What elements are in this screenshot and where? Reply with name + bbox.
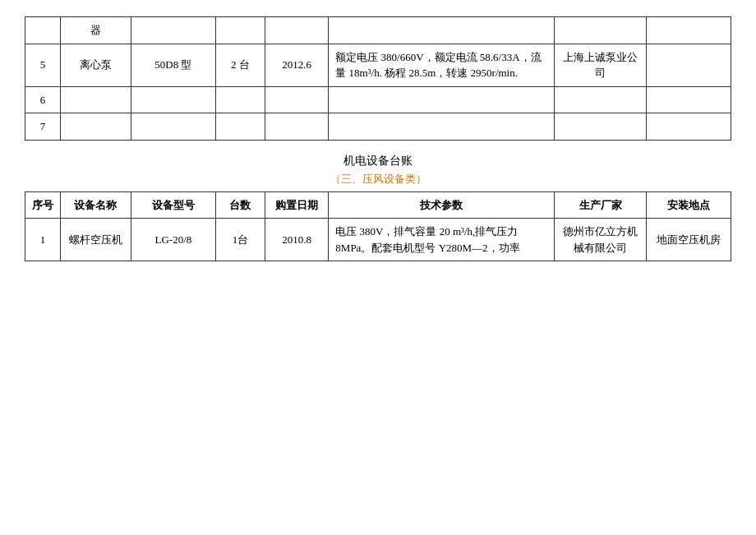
table1-row0-date xyxy=(265,17,329,44)
table1-row1-count: 2 台 xyxy=(215,44,265,86)
table1-row3-mfg xyxy=(555,113,647,141)
table1-row2-name xyxy=(60,86,131,113)
table1-row3-loc xyxy=(646,113,731,141)
table1-section: 器5离心泵50D8 型2 台2012.6额定电压 380/660V，额定电流 5… xyxy=(25,16,731,141)
table2-header-loc: 安装地点 xyxy=(646,191,731,219)
table1: 器5离心泵50D8 型2 台2012.6额定电压 380/660V，额定电流 5… xyxy=(25,16,731,141)
table1-row3-date xyxy=(265,113,329,141)
table1-row1-loc xyxy=(646,44,731,86)
table2-row0-date: 2010.8 xyxy=(265,219,329,261)
table1-row3-name xyxy=(60,113,131,141)
table1-row2-count xyxy=(215,86,265,113)
table1-row0-tech xyxy=(329,17,555,44)
table2-row0-count: 1台 xyxy=(215,219,265,261)
table2-header-count: 台数 xyxy=(215,191,265,219)
table2-header-model: 设备型号 xyxy=(131,191,215,219)
table1-row0-model xyxy=(131,17,215,44)
table2-header-tech: 技术参数 xyxy=(329,191,555,219)
table1-row1-mfg: 上海上诚泵业公司 xyxy=(555,44,647,86)
table2-header-seq: 序号 xyxy=(25,191,61,219)
table1-row2-date xyxy=(265,86,329,113)
table1-row0-loc xyxy=(646,17,731,44)
table1-row0-name: 器 xyxy=(60,17,131,44)
table1-row1-name: 离心泵 xyxy=(60,44,131,86)
table1-row2-model xyxy=(131,86,215,113)
table1-row1-model: 50D8 型 xyxy=(131,44,215,86)
table2-title: 机电设备台账 xyxy=(25,154,731,168)
table1-row2-seq: 6 xyxy=(25,86,61,113)
table1-row1-tech: 额定电压 380/660V，额定电流 58.6/33A，流量 18m³/h. 杨… xyxy=(329,44,555,86)
table1-row3-count xyxy=(215,113,265,141)
table2-row0-loc: 地面空压机房 xyxy=(646,219,731,261)
table1-row3-model xyxy=(131,113,215,141)
table2-row0-name: 螺杆空压机 xyxy=(60,219,131,261)
table2-header-name: 设备名称 xyxy=(60,191,131,219)
table1-row2-mfg xyxy=(555,86,647,113)
table2-subtitle: （三、压风设备类） xyxy=(25,172,731,187)
table2-section: 机电设备台账 （三、压风设备类） 序号设备名称设备型号台数购置日期技术参数生产厂… xyxy=(25,154,731,262)
table2-header-mfg: 生产厂家 xyxy=(555,191,647,219)
table1-row3-seq: 7 xyxy=(25,113,61,141)
table1-row0-mfg xyxy=(555,17,647,44)
table2-row0-model: LG-20/8 xyxy=(131,219,215,261)
table2: 序号设备名称设备型号台数购置日期技术参数生产厂家安装地点 1螺杆空压机LG-20… xyxy=(25,191,731,262)
table1-row0-seq xyxy=(25,17,61,44)
table1-row2-loc xyxy=(646,86,731,113)
table2-row0-tech: 电压 380V，排气容量 20 m³/h,排气压力 8MPa。配套电机型号 Y2… xyxy=(329,219,555,261)
table1-row1-date: 2012.6 xyxy=(265,44,329,86)
table1-row3-tech xyxy=(329,113,555,141)
table1-row0-count xyxy=(215,17,265,44)
table2-header-date: 购置日期 xyxy=(265,191,329,219)
table2-row0-mfg: 德州市亿立方机械有限公司 xyxy=(555,219,647,261)
table2-row0-seq: 1 xyxy=(25,219,61,261)
table1-row1-seq: 5 xyxy=(25,44,61,86)
table1-row2-tech xyxy=(329,86,555,113)
